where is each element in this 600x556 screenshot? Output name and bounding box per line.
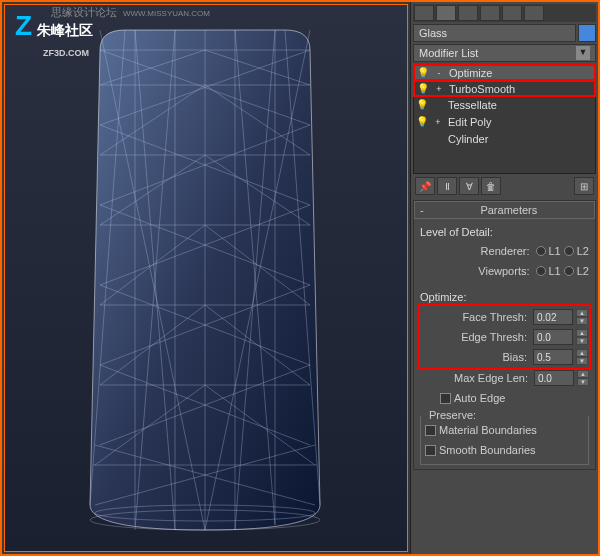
modifier-list-dropdown[interactable]: Modifier List ▼	[413, 44, 596, 62]
stack-item-tessellate[interactable]: 💡 Tessellate	[414, 96, 595, 113]
viewports-l2-radio[interactable]	[564, 266, 574, 276]
renderer-label: Renderer:	[420, 245, 533, 257]
renderer-l2-radio[interactable]	[564, 246, 574, 256]
level-detail-label: Level of Detail:	[420, 226, 589, 238]
mesh-cylinder	[75, 25, 335, 535]
material-boundaries-label: Material Boundaries	[439, 424, 537, 436]
tab-modify-icon[interactable]	[436, 5, 456, 21]
viewports-l1-radio[interactable]	[536, 266, 546, 276]
auto-edge-checkbox[interactable]	[440, 393, 451, 404]
viewports-label: Viewports:	[420, 265, 533, 277]
tab-display-icon[interactable]	[502, 5, 522, 21]
face-thresh-input[interactable]	[533, 309, 573, 325]
object-color-swatch[interactable]	[578, 24, 596, 42]
logo-watermark: Z 朱峰社区 ZF3D.COM	[15, 10, 93, 60]
material-boundaries-checkbox[interactable]	[425, 425, 436, 436]
tab-create-icon[interactable]	[414, 5, 434, 21]
max-edge-label: Max Edge Len:	[420, 372, 531, 384]
object-name-input[interactable]: Glass	[413, 24, 576, 42]
bulb-icon[interactable]: 💡	[416, 116, 428, 128]
tab-hierarchy-icon[interactable]	[458, 5, 478, 21]
panel-tabs	[413, 4, 596, 22]
stack-item-turbosmooth[interactable]: 💡 + TurboSmooth	[413, 80, 596, 97]
show-result-button[interactable]: Ⅱ	[437, 177, 457, 195]
modifier-stack[interactable]: 💡 - Optimize 💡 + TurboSmooth 💡 Tessellat…	[413, 64, 596, 174]
command-panel: Glass Modifier List ▼ 💡 - Optimize 💡 + T…	[410, 2, 598, 554]
spinner-arrows[interactable]: ▲▼	[576, 329, 588, 345]
spinner-arrows[interactable]: ▲▼	[576, 309, 588, 325]
pin-stack-button[interactable]: 📌	[415, 177, 435, 195]
stack-item-cylinder[interactable]: Cylinder	[414, 130, 595, 147]
smooth-boundaries-label: Smooth Boundaries	[439, 444, 536, 456]
max-edge-input[interactable]	[534, 370, 574, 386]
stack-item-editpoly[interactable]: 💡 + Edit Poly	[414, 113, 595, 130]
face-thresh-label: Face Thresh:	[421, 311, 530, 323]
bulb-icon[interactable]: 💡	[417, 83, 429, 95]
tab-motion-icon[interactable]	[480, 5, 500, 21]
bias-input[interactable]	[533, 349, 573, 365]
parameters-rollout: - Parameters Level of Detail: Renderer: …	[413, 200, 596, 470]
remove-modifier-button[interactable]: 🗑	[481, 177, 501, 195]
optimize-label: Optimize:	[420, 291, 589, 303]
stack-item-optimize[interactable]: 💡 - Optimize	[413, 64, 596, 81]
configure-button[interactable]: ⊞	[574, 177, 594, 195]
bulb-icon[interactable]: 💡	[416, 99, 428, 111]
auto-edge-label: Auto Edge	[454, 392, 505, 404]
smooth-boundaries-checkbox[interactable]	[425, 445, 436, 456]
bulb-icon[interactable]: 💡	[417, 67, 429, 79]
spinner-arrows[interactable]: ▲▼	[576, 349, 588, 365]
rollout-header[interactable]: - Parameters	[414, 201, 595, 219]
spinner-arrows[interactable]: ▲▼	[577, 370, 589, 386]
chevron-down-icon: ▼	[576, 46, 590, 60]
renderer-l1-radio[interactable]	[536, 246, 546, 256]
preserve-label: Preserve:	[426, 409, 479, 421]
bias-label: Bias:	[421, 351, 530, 363]
viewport[interactable]: 思缘设计论坛 WWW.MISSYUAN.COM Z 朱峰社区 ZF3D.COM	[2, 2, 410, 554]
make-unique-button[interactable]: ∀	[459, 177, 479, 195]
tab-utilities-icon[interactable]	[524, 5, 544, 21]
edge-thresh-input[interactable]	[533, 329, 573, 345]
edge-thresh-label: Edge Thresh:	[421, 331, 530, 343]
